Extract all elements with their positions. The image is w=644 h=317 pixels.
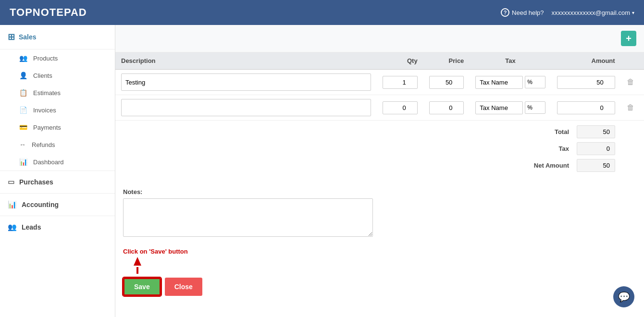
row2-description-cell <box>115 95 377 121</box>
save-button[interactable]: Save <box>123 278 161 296</box>
table-row: 🗑 <box>115 95 644 121</box>
chat-bubble-button[interactable]: 💬 <box>613 286 634 307</box>
action-buttons: Save Close <box>115 276 644 304</box>
row1-taxname-input[interactable] <box>475 76 523 89</box>
main-topbar: + <box>115 25 644 52</box>
sidebar-item-products[interactable]: 👥 Products <box>0 49 115 67</box>
sidebar-item-label: Refunds <box>32 141 55 148</box>
row2-description-input[interactable] <box>121 99 371 116</box>
row1-taxpct-input[interactable] <box>525 76 545 88</box>
row2-taxpct-input[interactable] <box>525 101 545 114</box>
row2-delete-cell: 🗑 <box>621 95 644 121</box>
clients-icon: 👤 <box>19 72 27 79</box>
sidebar-group-leads[interactable]: 👥 Leads <box>0 216 115 238</box>
chat-icon: 💬 <box>618 291 630 303</box>
accounting-icon: 📊 <box>8 200 17 209</box>
sidebar-item-payments[interactable]: 💳 Payments <box>0 119 115 136</box>
sidebar-item-label: Payments <box>33 124 61 131</box>
summary-area: Total 50 Tax 0 Net Amount 50 <box>115 121 644 181</box>
click-annotation: Click on 'Save' button <box>115 246 644 257</box>
row1-amount-input[interactable] <box>557 76 615 89</box>
row1-tax-container <box>475 76 545 89</box>
sidebar-item-dashboard[interactable]: 📊 Dashboard <box>0 153 115 171</box>
row1-description-input[interactable] <box>121 73 371 91</box>
row1-description-cell <box>115 70 377 95</box>
row2-tax-container <box>475 101 545 114</box>
sidebar-item-label: Clients <box>33 72 52 79</box>
row1-qty-cell <box>377 70 423 95</box>
row1-delete-cell: 🗑 <box>621 70 644 95</box>
sidebar-item-estimates[interactable]: 📋 Estimates <box>0 84 115 101</box>
sidebar-group-label: Accounting <box>22 201 59 208</box>
tax-value: 0 <box>577 142 615 155</box>
sidebar-item-refunds[interactable]: ↔ Refunds <box>0 136 115 153</box>
sidebar-item-label: Dashboard <box>33 158 64 166</box>
row2-amount-cell <box>551 95 621 121</box>
sidebar-item-clients[interactable]: 👤 Clients <box>0 67 115 84</box>
row1-price-cell <box>423 70 470 95</box>
user-email-text: xxxxxxxxxxxxxx@gmail.com <box>552 9 630 16</box>
row2-amount-input[interactable] <box>557 101 615 114</box>
sidebar-item-sales[interactable]: ⊞ Sales <box>0 25 115 49</box>
row1-delete-button[interactable]: 🗑 <box>627 78 634 86</box>
products-icon: 👥 <box>19 54 27 62</box>
row2-tax-cell <box>470 95 551 121</box>
chevron-down-icon: ▾ <box>632 10 634 15</box>
arrow-shaft <box>136 267 138 274</box>
refunds-icon: ↔ <box>19 141 26 148</box>
row1-amount-cell <box>551 70 621 95</box>
notes-label: Notes: <box>123 188 636 195</box>
net-amount-label: Net Amount <box>521 162 569 169</box>
sidebar-group-label: Purchases <box>19 178 53 186</box>
tax-row: Tax 0 <box>115 142 615 155</box>
sidebar-group-accounting[interactable]: 📊 Accounting <box>0 193 115 216</box>
help-button[interactable]: ? Need help? <box>501 8 544 17</box>
purchases-icon: ▭ <box>8 178 14 186</box>
sidebar: ⊞ Sales 👥 Products 👤 Clients 📋 Estimates… <box>0 25 115 317</box>
net-amount-row: Net Amount 50 <box>115 159 615 172</box>
tax-label: Tax <box>521 145 569 152</box>
main-layout: ⊞ Sales 👥 Products 👤 Clients 📋 Estimates… <box>0 25 644 317</box>
sidebar-item-label: Products <box>33 55 58 62</box>
estimates-icon: 📋 <box>19 89 27 97</box>
sales-icon: ⊞ <box>8 32 15 42</box>
sidebar-group-purchases[interactable]: ▭ Purchases <box>0 171 115 193</box>
header-right: ? Need help? xxxxxxxxxxxxxx@gmail.com ▾ <box>501 8 634 17</box>
arrow-annotation <box>115 257 644 274</box>
help-label: Need help? <box>512 9 544 16</box>
add-item-button[interactable]: + <box>621 31 636 46</box>
payments-icon: 💳 <box>19 123 27 131</box>
app-logo: TopNotepad <box>10 6 87 19</box>
row2-delete-button[interactable]: 🗑 <box>627 103 634 112</box>
total-label: Total <box>521 128 569 135</box>
notes-input[interactable] <box>123 198 373 237</box>
row1-qty-input[interactable] <box>383 76 418 89</box>
row2-taxname-input[interactable] <box>475 101 523 114</box>
col-header-action <box>621 52 644 70</box>
dashboard-icon: 📊 <box>19 158 27 166</box>
row2-qty-cell <box>377 95 423 121</box>
row2-qty-input[interactable] <box>383 101 418 114</box>
table-row: 🗑 <box>115 70 644 95</box>
sidebar-item-invoices[interactable]: 📄 Invoices <box>0 101 115 119</box>
col-header-qty: Qty <box>377 52 423 70</box>
col-header-price: Price <box>423 52 470 70</box>
items-table: Description Qty Price Tax Amount <box>115 52 644 121</box>
row2-price-cell <box>423 95 470 121</box>
net-amount-value: 50 <box>577 159 615 172</box>
sidebar-item-label: Invoices <box>33 107 56 114</box>
col-header-description: Description <box>115 52 377 70</box>
close-button[interactable]: Close <box>165 278 202 296</box>
row1-price-input[interactable] <box>429 76 464 89</box>
row1-tax-cell <box>470 70 551 95</box>
sidebar-item-label: Estimates <box>33 89 61 97</box>
total-row: Total 50 <box>115 125 615 138</box>
main-content: + Description Qty Price Tax Amount <box>115 25 644 317</box>
notes-area: Notes: <box>115 181 644 246</box>
user-menu[interactable]: xxxxxxxxxxxxxx@gmail.com ▾ <box>552 9 634 16</box>
help-icon: ? <box>501 8 509 17</box>
sidebar-group-label: Leads <box>22 223 41 231</box>
row2-price-input[interactable] <box>429 101 464 114</box>
sidebar-sales-label: Sales <box>19 33 37 41</box>
arrow-up-icon <box>134 257 141 266</box>
